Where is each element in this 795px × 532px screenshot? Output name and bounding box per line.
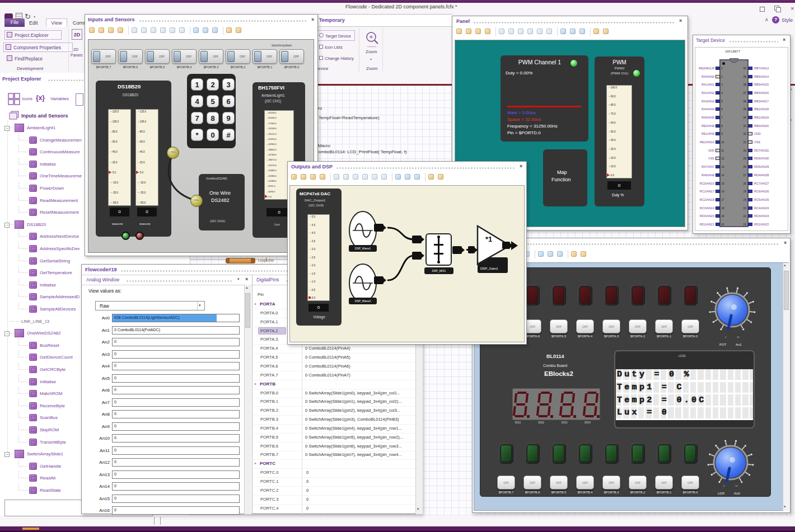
svg-text:*1: *1 xyxy=(485,235,492,243)
svg-text:DSP_Gain1: DSP_Gain1 xyxy=(480,267,498,270)
